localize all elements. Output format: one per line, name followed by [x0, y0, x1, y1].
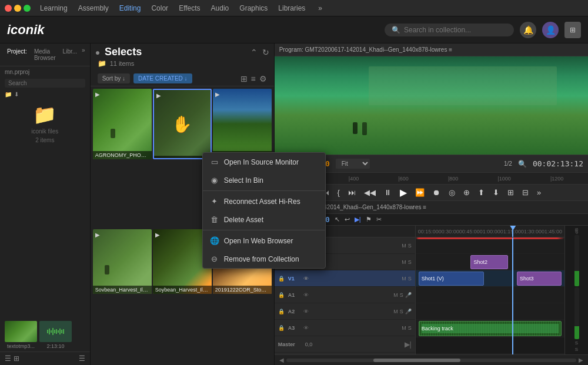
track-a2-s[interactable]: S — [400, 309, 403, 314]
menu-editing[interactable]: Editing — [119, 4, 141, 12]
transport-more[interactable]: » — [536, 188, 542, 197]
ctx-select-in-bin[interactable]: ◉ Select In Bin — [203, 171, 325, 189]
search-input[interactable] — [404, 26, 498, 34]
notifications-button[interactable]: 🔔 — [520, 22, 536, 38]
menu-audio[interactable]: Audio — [211, 4, 229, 12]
transport-rewind[interactable]: ◀◀ — [363, 188, 377, 197]
window-minimize-dot[interactable] — [14, 5, 21, 12]
menu-assembly[interactable]: Assembly — [78, 4, 109, 12]
ctx-reconnect[interactable]: ✦ Reconnect Asset Hi-Res — [203, 192, 325, 210]
fit-dropdown[interactable]: Fit 25% 50% 100% — [336, 159, 370, 169]
tab-libraries[interactable]: Libr... — [61, 47, 79, 62]
transport-step-back[interactable]: { — [336, 188, 341, 197]
track-a2-m[interactable]: M — [393, 309, 398, 314]
thumbnail-item-1[interactable]: ✋ ▶ — [153, 89, 212, 159]
transport-to-end[interactable]: ⏭ — [347, 188, 357, 197]
thumbnail-item-2[interactable]: Soy_Harvest_Aerial_3945.jpg ▶ — [213, 89, 272, 159]
track-a2-row[interactable] — [416, 303, 564, 320]
track-v3-m[interactable]: M — [402, 243, 406, 249]
menu-effects[interactable]: Effects — [179, 4, 200, 12]
timeline-tool-4[interactable]: ⚑ — [366, 216, 372, 223]
tab-media-browser[interactable]: Media Browser — [32, 47, 58, 62]
timeline-tool-1[interactable]: ↖ — [335, 216, 340, 223]
project-thumb-2[interactable] — [39, 321, 72, 342]
workspace-switcher-button[interactable]: ⊞ — [564, 22, 581, 38]
tab-project[interactable]: Project: — [5, 47, 29, 62]
thumbnail-item-3[interactable]: Sovbean_Harvest_Illirois_00060.jpg ▶ — [93, 229, 152, 294]
ctx-remove-collection[interactable]: ⊖ Remove from Collection — [203, 250, 325, 268]
clip-shot3[interactable]: Shot3 — [517, 272, 562, 286]
date-filter-button[interactable]: DATE CREATED ↓ — [133, 73, 192, 83]
track-v2-row[interactable]: Shot2 — [416, 254, 564, 270]
track-v3-row[interactable] — [416, 237, 564, 254]
list-view-icon[interactable]: ≡ — [251, 74, 256, 83]
avatar-button[interactable]: 👤 — [542, 22, 559, 38]
sort-button[interactable]: Sort by ↓ — [98, 73, 130, 83]
timeline-tool-3[interactable]: ▶| — [355, 216, 361, 223]
track-a3-vis[interactable]: 👁 — [303, 325, 309, 331]
transport-forward[interactable]: ⏩ — [414, 188, 426, 197]
project-thumb-1[interactable] — [5, 321, 37, 342]
timeline-tool-2[interactable]: ↩ — [345, 216, 350, 223]
track-v2-s[interactable]: S — [408, 259, 412, 265]
nav-up-button[interactable]: ⌃ — [250, 48, 258, 57]
track-v1-vis[interactable]: 👁 — [303, 276, 309, 282]
menu-graphics[interactable]: Graphics — [239, 4, 268, 12]
transport-marker[interactable]: ◎ — [447, 188, 456, 197]
menu-learning[interactable]: Learning — [40, 4, 68, 12]
ctx-open-web[interactable]: 🌐 Open In Web Browser — [203, 232, 325, 250]
nav-refresh-button[interactable]: ↻ — [262, 48, 269, 57]
track-v1-s[interactable]: S — [408, 276, 412, 282]
track-v1-row[interactable]: Shot1 (V) Shot3 — [416, 270, 564, 287]
menu-color[interactable]: Color — [151, 4, 168, 12]
transport-play[interactable]: ▶ — [399, 187, 408, 198]
clip-backing[interactable]: Backing track — [419, 321, 562, 336]
track-a3-m[interactable]: M — [402, 325, 406, 331]
import-button[interactable]: ⬇ — [14, 91, 19, 98]
track-a1-m[interactable]: M — [393, 292, 398, 298]
track-a1-lock[interactable]: 🔒 — [278, 292, 285, 298]
transport-extract[interactable]: ⬇ — [492, 188, 500, 197]
timeline-scroll-right[interactable]: ▶ — [579, 357, 583, 363]
transport-add[interactable]: ⊕ — [462, 188, 471, 197]
track-a3-lock[interactable]: 🔒 — [278, 325, 285, 331]
menu-more-icon[interactable]: » — [318, 4, 322, 12]
list-view-button[interactable]: ☰ — [5, 354, 11, 363]
transport-overlay[interactable]: ⊞ — [506, 188, 515, 197]
track-v1-m[interactable]: M — [402, 276, 406, 282]
track-master-row[interactable] — [416, 337, 564, 354]
panel-settings-button[interactable]: ☰ — [79, 354, 85, 363]
transport-record[interactable]: ⏺ — [432, 188, 442, 197]
project-search-input[interactable] — [8, 80, 82, 86]
collection-search-bar[interactable]: 🔍 — [385, 24, 514, 36]
transport-insert[interactable]: ⊟ — [521, 188, 530, 197]
timeline-tool-5[interactable]: ✂ — [376, 216, 382, 223]
left-tab-more-icon[interactable]: » — [82, 47, 85, 62]
transport-stop[interactable]: ⏸ — [383, 188, 393, 197]
track-master-end[interactable]: ▶| — [405, 340, 412, 349]
grid-view-button[interactable]: ⊞ — [14, 354, 19, 363]
transport-lift[interactable]: ⬆ — [477, 188, 486, 197]
timeline-scroll-left[interactable]: ◀ — [279, 357, 284, 363]
track-a3-row[interactable]: Backing track — [416, 320, 564, 337]
track-a2-vis[interactable]: 👁 — [303, 309, 309, 314]
timeline-scrollbar-thumb[interactable] — [373, 359, 460, 362]
track-a2-lock[interactable]: 🔒 — [278, 309, 285, 314]
track-a3-s[interactable]: S — [408, 325, 412, 331]
grid-view-icon[interactable]: ⊞ — [240, 74, 248, 83]
window-maximize-dot[interactable] — [24, 5, 31, 12]
clip-shot2[interactable]: Shot2 — [470, 255, 507, 269]
track-v3-s[interactable]: S — [408, 243, 412, 249]
project-search[interactable] — [5, 79, 85, 88]
timeline-scrollbar[interactable] — [286, 359, 576, 362]
ctx-delete[interactable]: 🗑 Delete Asset — [203, 210, 325, 229]
magnify-icon[interactable]: 🔍 — [518, 160, 527, 168]
clip-shot1[interactable]: Shot1 (V) — [419, 272, 484, 286]
track-v1-lock[interactable]: 🔒 — [278, 276, 285, 282]
track-a2-mic[interactable]: 🎤 — [405, 309, 412, 314]
thumbnail-item-0[interactable]: AGRONOMY_PHOTOS_Soybeans_9360.jpg ▶ — [93, 89, 152, 159]
menu-libraries[interactable]: Libraries — [278, 4, 305, 12]
window-close-dot[interactable] — [5, 5, 12, 12]
track-v2-m[interactable]: M — [402, 259, 406, 265]
ctx-open-source-monitor[interactable]: ▭ Open In Source Monitor — [203, 153, 325, 171]
